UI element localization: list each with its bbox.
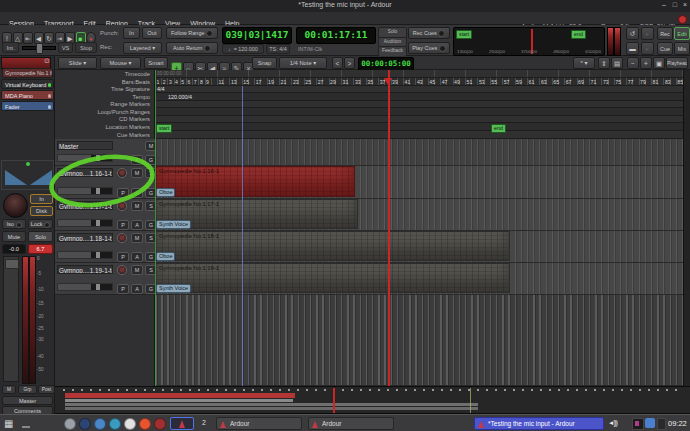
patch-tag-synth-voice[interactable]: Synth Voice	[156, 220, 191, 229]
track-a-button[interactable]: A	[131, 252, 143, 262]
nudge-back-button[interactable]: <	[332, 57, 343, 69]
taskbar-window-1[interactable]: Ardour	[308, 417, 394, 430]
nudge-forward-button[interactable]: >	[344, 57, 355, 69]
session-summary[interactable]	[55, 386, 690, 414]
region-1[interactable]: Gymnopedie No.1.16-1	[155, 166, 355, 197]
shuttle-slider[interactable]	[22, 46, 56, 50]
grid-unit-select[interactable]: 1/4 Note ▾	[279, 57, 327, 69]
app-teal-icon[interactable]	[109, 418, 121, 430]
track-name-2[interactable]: Gymnop....1.17-1-t2	[57, 201, 113, 210]
zoom-fit-icon[interactable]: ▣	[653, 57, 665, 69]
ruler-lane-0[interactable]	[155, 70, 683, 78]
monitor-disk-button[interactable]: Disk	[30, 206, 53, 216]
play-cues-button[interactable]: Play Cues	[408, 42, 450, 54]
edit-mode-select[interactable]: Slide ▾	[58, 57, 97, 69]
varispeed-button[interactable]: VS	[58, 42, 73, 53]
timeline-canvas[interactable]: 00:00:00:0012345678911131517192123252729…	[155, 70, 683, 386]
punch-in-button[interactable]: In	[123, 27, 140, 39]
track-name-3[interactable]: Gymnop....1.18-1-t3	[57, 233, 113, 242]
track-fader-3[interactable]	[57, 251, 113, 259]
ruler-lane-7[interactable]	[155, 123, 683, 131]
track-a-button[interactable]: A	[131, 220, 143, 230]
track-p-button[interactable]: P	[117, 188, 129, 198]
start-marker[interactable]: start	[156, 124, 172, 133]
ruler-lane-8[interactable]	[155, 131, 683, 139]
mouse-mode-select[interactable]: Mouse ▾	[100, 57, 141, 69]
rec-cues-button[interactable]: Rec Cues	[408, 27, 450, 39]
page-rec-button[interactable]: Rec	[657, 27, 673, 40]
track-fader-0[interactable]	[57, 154, 113, 162]
save-view-icon[interactable]: ▤	[611, 57, 623, 69]
shuttle-button[interactable]: ▬	[626, 42, 639, 55]
goto-start-button[interactable]: ⇤	[23, 32, 33, 44]
vertical-scrollbar[interactable]	[683, 70, 690, 386]
gain-fader[interactable]	[3, 256, 19, 382]
app-red-icon[interactable]	[154, 418, 166, 430]
ruler-lane-2[interactable]	[155, 86, 683, 93]
shuttle-handle[interactable]	[36, 43, 43, 54]
rec-enable-button[interactable]	[117, 233, 127, 243]
track-name-1[interactable]: Gymnop....1.16-1-t1	[57, 168, 113, 177]
timesig-marker[interactable]: 4/4	[157, 86, 165, 92]
rec-enable-button[interactable]	[117, 168, 127, 178]
ardour-launcher[interactable]	[170, 417, 194, 430]
loop-button[interactable]: ↻	[44, 32, 54, 44]
taskbar-window-active[interactable]: *Testing the mic input - Ardour	[474, 417, 604, 430]
punch-out-button[interactable]: Out	[142, 27, 162, 39]
mute-track-button[interactable]: M	[131, 265, 143, 275]
vertical-expand-icon[interactable]: ⇕	[598, 57, 610, 69]
patch-tag-oboe[interactable]: Oboe	[156, 188, 175, 197]
track-lane-1[interactable]: Gymnopedie No.1.16-1Oboe	[155, 166, 683, 199]
rec-enable-button[interactable]	[117, 265, 127, 275]
app-navy-icon[interactable]	[79, 418, 91, 430]
track-p-button[interactable]: P	[117, 252, 129, 262]
jog-right-2-button[interactable]: ▸	[641, 42, 654, 55]
track-lane-0[interactable]	[155, 139, 683, 166]
solo-lock-toggle[interactable]: Lock	[28, 219, 53, 229]
track-header-4[interactable]: Gymnop....1.19-1-t4MSPAG	[55, 263, 155, 295]
track-fader-1[interactable]	[57, 187, 113, 195]
track-name-4[interactable]: Gymnop....1.19-1-t4	[57, 265, 113, 274]
track-name-0[interactable]: Master	[57, 141, 113, 150]
track-a-button[interactable]: A	[131, 284, 143, 294]
meter-grp-button[interactable]: Grp	[18, 385, 37, 394]
maximize-button[interactable]: □	[673, 1, 677, 8]
loop-return-button[interactable]: ↺	[626, 27, 639, 40]
patch-tag-synth-voice[interactable]: Synth Voice	[156, 284, 191, 293]
strip-track-name-button[interactable]: Gymnopedie No.1 fo	[2, 68, 53, 78]
gain-display[interactable]: -0.0	[2, 244, 26, 254]
track-fader-4[interactable]	[57, 283, 113, 291]
playhead-line[interactable]	[388, 70, 390, 386]
minimize-button[interactable]: –	[662, 1, 666, 8]
smart-mode-toggle[interactable]: Smart	[144, 57, 168, 69]
tray-icon-2[interactable]	[645, 418, 655, 428]
page-mix-button[interactable]: Mix	[674, 42, 690, 55]
monitor-input-button[interactable]: In	[30, 194, 53, 204]
mute-track-button[interactable]: M	[131, 233, 143, 243]
record-indicator-icon[interactable]	[678, 15, 687, 24]
solo-button[interactable]: Solo	[28, 231, 53, 242]
rec-mode-select[interactable]: Layered ▾	[123, 42, 162, 54]
mute-track-button[interactable]: M	[131, 168, 143, 178]
track-p-button[interactable]: P	[117, 284, 129, 294]
tray-icon-3[interactable]	[657, 418, 666, 430]
mini-start-marker[interactable]: start	[456, 30, 472, 39]
meter-m-button[interactable]: M	[2, 385, 16, 394]
patch-tag-oboe[interactable]: Oboe	[156, 252, 175, 261]
track-header-3[interactable]: Gymnop....1.18-1-t3MSPAG	[55, 231, 155, 263]
app-gray-icon[interactable]	[64, 418, 76, 430]
ruler-lane-6[interactable]	[155, 116, 683, 123]
track-a-button[interactable]: A	[131, 188, 143, 198]
trim-knob[interactable]	[3, 193, 28, 218]
title-bar[interactable]: *Testing the mic input - Ardour – □ ×	[0, 0, 690, 12]
page-cue-button[interactable]: Cue	[657, 42, 673, 55]
shuttle-stop-button[interactable]: Stop	[75, 42, 97, 53]
processor-fader[interactable]: Fader	[1, 101, 54, 111]
track-header-0[interactable]: MasterMAG	[55, 139, 155, 166]
solo-indicator[interactable]: Solo	[378, 27, 407, 38]
zoom-focus-select[interactable]: Playhead	[666, 57, 688, 69]
tempo-marker[interactable]: 120.000/4	[168, 94, 192, 100]
meter-post-button[interactable]: Post	[38, 385, 55, 394]
taskbar-window-0[interactable]: Ardour	[216, 417, 302, 430]
track-lane-4[interactable]: Gymnopedie No.1.19-1Synth Voice	[155, 263, 683, 295]
